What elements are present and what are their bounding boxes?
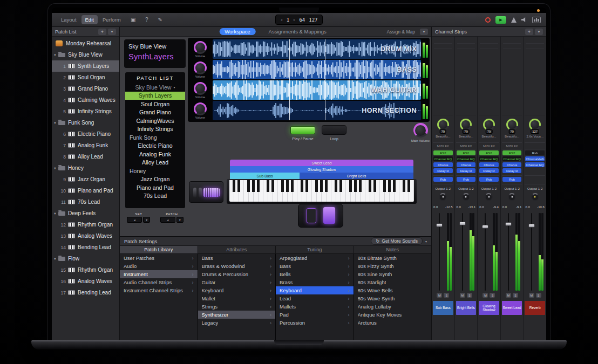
- send-slot[interactable]: Rvb: [457, 177, 476, 182]
- channel-strip[interactable]: 79 Beautifu... MIDI FX ES2 Channel EQ Ch…: [478, 37, 501, 340]
- screen-patch-item[interactable]: Alloy Lead: [125, 159, 185, 167]
- pedal-right[interactable]: [323, 207, 335, 224]
- strip-knob[interactable]: [437, 119, 449, 131]
- patch-list-row[interactable]: ▾ 9 Jazz Organ: [52, 174, 119, 185]
- library-item[interactable]: Instrument ›: [120, 270, 198, 278]
- screen-patch-item[interactable]: Infinity Strings: [125, 125, 185, 134]
- library-item[interactable]: Mallets ›: [276, 303, 354, 311]
- library-item[interactable]: Arpeggiated ›: [276, 254, 354, 262]
- patch-prev-button[interactable]: ◂: [160, 217, 175, 223]
- track-volume-knob[interactable]: Volume: [189, 80, 211, 100]
- audio-fx-slot-1[interactable]: Channel EQ: [525, 162, 545, 167]
- screen-patch-item[interactable]: Piano and Pad: [125, 183, 185, 192]
- pan-knob[interactable]: [485, 193, 493, 201]
- patch-list-row[interactable]: ▾ 1 Synth Layers: [52, 60, 119, 72]
- library-item[interactable]: Brass & Woodwind ›: [198, 262, 276, 270]
- library-item[interactable]: Bells ›: [276, 270, 354, 278]
- audio-fx-slot-eq[interactable]: Channel EQ: [502, 156, 522, 161]
- library-item[interactable]: Arcturus ›: [354, 319, 432, 327]
- audio-fx-slot-1[interactable]: Chorus: [502, 162, 522, 167]
- output-slot[interactable]: Output 1-2: [433, 186, 453, 191]
- library-item[interactable]: Audio Channel Strips ›: [120, 278, 198, 286]
- fader-handle[interactable]: [436, 223, 443, 227]
- screen-patch-item[interactable]: 70s Lead: [125, 192, 185, 201]
- screen-patch-item[interactable]: CalmingWaves: [125, 116, 185, 125]
- fader-handle[interactable]: [459, 222, 466, 225]
- channel-strip[interactable]: 79 Beautifu... MIDI FX ES2 Channel EQ Ch…: [501, 37, 524, 340]
- send-slot[interactable]: Rvb: [433, 177, 453, 182]
- piano-black-keys[interactable]: [229, 180, 414, 192]
- screen-patch-item[interactable]: Soul Organ: [125, 100, 185, 108]
- mute-button[interactable]: M: [529, 293, 534, 298]
- strip-name-label[interactable]: Reverb: [525, 301, 545, 315]
- patch-list-row[interactable]: ▾ 16 Analog Waves: [52, 276, 119, 287]
- piano-white-keys[interactable]: [229, 180, 414, 202]
- library-item[interactable]: Percussion ›: [276, 319, 354, 327]
- instrument-slot[interactable]: ES2: [457, 150, 476, 155]
- output-slot[interactable]: Output 1-2: [479, 186, 499, 191]
- patch-list-row[interactable]: ▾ 13 Analog Waves: [52, 230, 119, 242]
- play-button[interactable]: ▶: [495, 16, 506, 24]
- screen-patch-item[interactable]: Grand Piano: [125, 108, 185, 117]
- patch-list-row[interactable]: ▾ 7 Analog Funk: [52, 140, 119, 151]
- patch-list-row[interactable]: ▾ 11 70s Lead: [52, 196, 119, 208]
- main-volume-knob[interactable]: [413, 123, 428, 138]
- record-button[interactable]: [485, 17, 491, 23]
- patch-list-row[interactable]: ▾ 12 Rhythm Organ: [52, 219, 119, 230]
- audio-fx-slot-2[interactable]: Delay D: [479, 168, 499, 173]
- fader-handle[interactable]: [482, 225, 488, 229]
- library-item[interactable]: Strings ›: [198, 303, 276, 311]
- assign-map-button[interactable]: Assign & Map: [387, 29, 415, 35]
- audio-fx-slot-eq[interactable]: Channel EQ: [433, 156, 453, 161]
- layer-sub-bass[interactable]: Sub Bass: [230, 173, 300, 179]
- track-volume-knob[interactable]: Volume: [189, 39, 211, 59]
- strip-name-label[interactable]: Sub Bass: [433, 301, 453, 315]
- library-item[interactable]: Legacy ›: [198, 319, 276, 327]
- fader-handle[interactable]: [528, 224, 535, 228]
- waveform[interactable]: WAH GUITAR: [213, 80, 421, 100]
- solo-button[interactable]: S: [513, 293, 518, 298]
- strip-knob[interactable]: [483, 119, 495, 131]
- patch-settings-options-button[interactable]: ▾: [425, 239, 427, 243]
- patch-next-button[interactable]: ▾: [176, 217, 184, 223]
- library-item[interactable]: 80s Wave Bells ›: [354, 286, 432, 294]
- patch-list-row[interactable]: ▾ 4 Calming Waves: [52, 94, 119, 106]
- library-item[interactable]: Mallet ›: [198, 294, 276, 303]
- main-volume-control[interactable]: Main Volume: [406, 123, 431, 142]
- layer-glowing-shadow[interactable]: Glowing Shadow: [230, 166, 413, 173]
- mute-button[interactable]: M: [437, 293, 442, 298]
- audio-fx-slot-1[interactable]: Chorus: [479, 162, 499, 167]
- set-prev-button[interactable]: ◂: [127, 217, 142, 223]
- solo-button[interactable]: S: [490, 293, 495, 298]
- strip-name-label[interactable]: Glowing Shadow: [479, 301, 499, 315]
- mute-button[interactable]: M: [460, 293, 465, 298]
- mode-button[interactable]: Perform: [99, 15, 125, 24]
- library-item[interactable]: Guitar ›: [198, 278, 276, 286]
- piano-keyboard[interactable]: [227, 179, 417, 204]
- pan-knob[interactable]: [462, 193, 470, 201]
- disclosure-triangle-icon[interactable]: ▾: [52, 257, 58, 261]
- send-slot[interactable]: [525, 177, 545, 182]
- track-volume-knob[interactable]: Volume: [189, 101, 211, 120]
- instrument-slot[interactable]: ES2: [433, 150, 453, 155]
- audio-fx-slot-2[interactable]: [525, 168, 545, 173]
- pan-knob[interactable]: [508, 193, 516, 201]
- mode-button[interactable]: Layout: [57, 15, 80, 24]
- master-mute-icon[interactable]: [521, 17, 527, 22]
- library-item[interactable]: User Patches ›: [120, 254, 198, 262]
- library-item[interactable]: Keyboard ›: [276, 286, 354, 294]
- channel-strips-action-menu[interactable]: ▾: [535, 29, 543, 35]
- patch-next-icon[interactable]: ▸: [293, 18, 295, 22]
- library-item[interactable]: Analog Lullaby ›: [354, 303, 432, 311]
- library-item[interactable]: 80s Sine Synth ›: [354, 270, 432, 278]
- strip-setting-name[interactable]: Beautifu...: [456, 135, 477, 140]
- mode-button[interactable]: Edit: [81, 15, 98, 24]
- patch-settings-tab[interactable]: Attributes: [198, 246, 276, 253]
- send-slot[interactable]: Rvb: [479, 177, 499, 182]
- audio-fx-slot-eq[interactable]: ChromaVerb: [525, 156, 545, 161]
- audio-fx-slot-1[interactable]: Chorus: [457, 162, 476, 167]
- library-item[interactable]: Bass ›: [198, 254, 276, 262]
- play-pause-button[interactable]: [290, 126, 315, 134]
- output-slot[interactable]: Output 1-2: [456, 186, 477, 191]
- strip-setting-name[interactable]: 2.6s Voca...: [525, 135, 545, 140]
